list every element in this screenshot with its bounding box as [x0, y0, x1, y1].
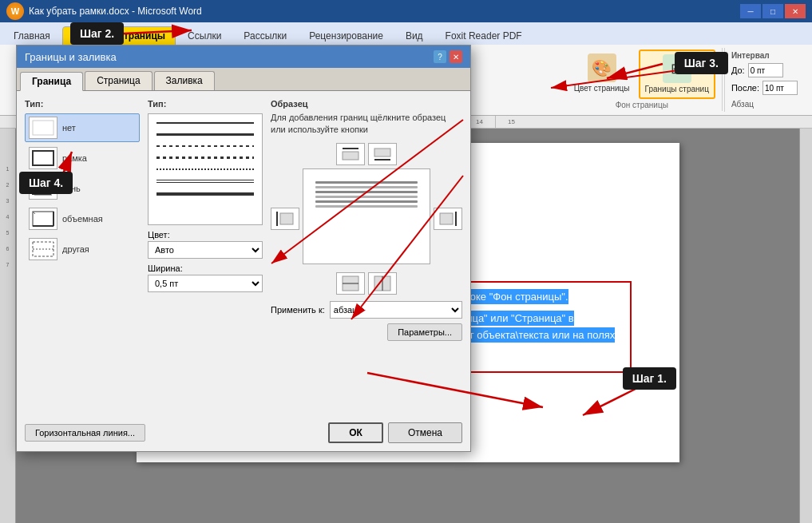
dialog-tab-stranica[interactable]: Страница: [85, 71, 152, 90]
do-value[interactable]: [748, 63, 783, 77]
color-label: Цвет:: [148, 230, 263, 240]
preview-hint: Для добавления границ щёлкните образец и…: [271, 112, 462, 137]
posle-value[interactable]: [762, 81, 798, 95]
border-left-icon: [274, 210, 296, 228]
border-type-drugaya-label: другая: [62, 244, 89, 254]
preview-line-2: [315, 186, 418, 188]
minimize-button[interactable]: ─: [740, 4, 761, 18]
apply-row: Применить к: абзацу: [271, 301, 462, 319]
ok-button[interactable]: ОК: [328, 422, 383, 443]
app-window: W Как убрать рамки.docx - Microsoft Word…: [0, 0, 812, 523]
params-button[interactable]: Параметры...: [387, 323, 462, 341]
dialog-right-panel: Образец Для добавления границ щёлкните о…: [271, 99, 462, 409]
cvet-stranitsy-icon: 🎨: [588, 53, 616, 82]
border-type-net[interactable]: нет: [25, 113, 140, 142]
svg-rect-17: [440, 213, 453, 224]
tab-foxit[interactable]: Foxit Reader PDF: [435, 26, 533, 45]
dialog-close-button[interactable]: ✕: [450, 50, 462, 63]
border-left-button[interactable]: [271, 208, 299, 230]
border-type-net-label: нет: [62, 123, 76, 133]
posle-label: После:: [731, 83, 759, 93]
line-style-dashed[interactable]: [152, 141, 259, 152]
dialog-help-button[interactable]: ?: [434, 50, 446, 63]
v-ruler-mark: 6: [6, 240, 10, 256]
tab-glavnaya[interactable]: Главная: [3, 26, 61, 45]
close-button[interactable]: ✕: [785, 4, 806, 18]
svg-rect-12: [374, 149, 390, 157]
interval-group: Интервал До: После: Абзац: [724, 48, 804, 112]
params-btn-container: Параметры...: [271, 323, 462, 341]
line-dashed: [156, 145, 254, 147]
width-label: Ширина:: [148, 263, 263, 273]
preview-row: [271, 168, 462, 269]
cvet-stranitsy-button[interactable]: 🎨 Цвет страницы: [568, 50, 636, 97]
svg-rect-15: [280, 213, 293, 224]
border-inner-h-button[interactable]: [336, 272, 365, 295]
step1-callout: Шаг 1.: [623, 367, 676, 390]
apply-select[interactable]: абзацу: [330, 301, 462, 319]
border-type-obemnaya[interactable]: объемная: [25, 204, 140, 233]
width-select[interactable]: 0,5 пт: [148, 275, 263, 292]
dialog-body: Тип: нет: [17, 91, 470, 417]
line-style-solid[interactable]: [152, 117, 259, 129]
horiz-line-button[interactable]: Горизонтальная линия...: [25, 424, 145, 442]
3d-border-svg: [31, 210, 55, 228]
apply-label: Применить к:: [271, 305, 325, 315]
type-label: Тип:: [25, 99, 140, 109]
border-type-drugaya-icon: [29, 238, 57, 260]
v-ruler-mark: 2: [6, 176, 10, 192]
v-ruler-mark: 5: [6, 224, 10, 240]
width-row: Ширина: 0,5 пт: [148, 263, 263, 292]
step2-callout: Шаг 2.: [70, 22, 124, 45]
v-ruler-mark: 3: [6, 192, 10, 208]
line-dotted: [156, 168, 254, 170]
title-bar: W Как убрать рамки.docx - Microsoft Word…: [0, 0, 812, 22]
border-bottom-icon: [371, 145, 394, 163]
line-solid: [156, 122, 254, 124]
border-type-ramka[interactable]: рамка: [25, 144, 140, 172]
dialog-tab-granica[interactable]: Граница: [20, 72, 83, 91]
left-sidebar: 1 2 3 4 5 6 7: [0, 129, 16, 523]
border-inner-v-button[interactable]: [368, 272, 397, 295]
border-type-ramka-label: рамка: [62, 153, 87, 163]
border-right-button[interactable]: [434, 208, 462, 230]
preview-label: Образец: [271, 99, 462, 109]
border-type-drugaya[interactable]: другая: [25, 235, 140, 263]
maximize-button[interactable]: □: [762, 4, 783, 18]
right-sidebar: [799, 129, 812, 523]
line-thick: [156, 192, 254, 196]
preview-bottom-hints: [271, 272, 462, 295]
office-logo-icon: W: [6, 2, 24, 20]
cancel-button[interactable]: Отмена: [388, 422, 462, 443]
tab-recenzirovanie[interactable]: Рецензирование: [299, 26, 394, 45]
border-type-net-icon: [29, 117, 57, 139]
dialog-left-panel: Тип: нет: [25, 99, 140, 409]
border-type-obemnaya-icon: [29, 208, 57, 230]
line-style-list[interactable]: [148, 113, 263, 225]
dialog-tab-zalivka[interactable]: Заливка: [154, 71, 215, 90]
line-style-dotted[interactable]: [152, 164, 259, 175]
do-row: До:: [731, 63, 798, 77]
line-type-label: Тип:: [148, 99, 263, 109]
tab-rassylki[interactable]: Рассылки: [233, 26, 297, 45]
color-select[interactable]: Авто: [148, 241, 263, 259]
tab-vid[interactable]: Вид: [395, 26, 434, 45]
border-top-button[interactable]: [336, 143, 365, 165]
svg-rect-0: [33, 121, 53, 135]
border-bottom-button[interactable]: [368, 143, 397, 165]
line-style-solid2[interactable]: [152, 129, 259, 141]
preview-line-5: [315, 200, 418, 203]
border-type-obemnaya-label: объемная: [62, 214, 103, 224]
line-style-thick[interactable]: [152, 188, 259, 200]
v-ruler-mark: 4: [6, 208, 10, 224]
dialog-tabs: Граница Страница Заливка: [17, 68, 470, 91]
line-style-dashed2[interactable]: [152, 152, 259, 164]
border-right-icon: [437, 210, 459, 228]
step3-callout: Шаг 3.: [675, 52, 728, 74]
tab-ssylki[interactable]: Ссылки: [177, 26, 232, 45]
preview-line-1: [315, 181, 418, 184]
preview-inner: [315, 181, 418, 252]
abzac-label: Абзац: [731, 100, 798, 109]
window-title: Как убрать рамки.docx - Microsoft Word: [29, 6, 202, 17]
line-style-double[interactable]: [152, 175, 259, 188]
